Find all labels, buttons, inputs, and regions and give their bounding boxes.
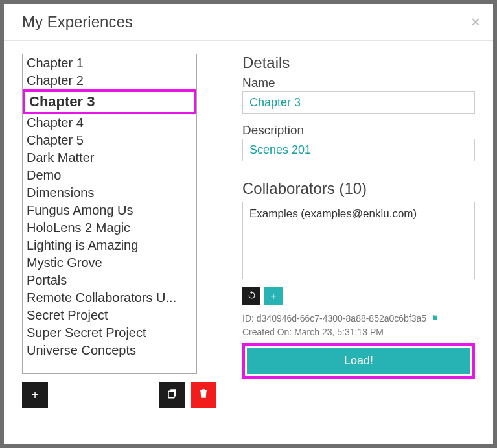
experience-list[interactable]: Chapter 1Chapter 2Chapter 3Chapter 4Chap… [22,54,197,374]
list-item[interactable]: Universe Concepts [23,342,196,359]
duplicate-icon [167,388,178,403]
list-item[interactable]: Dark Matter [23,149,196,167]
collaborator-actions: + [242,287,475,305]
list-item[interactable]: Remote Collaborators U... [23,289,196,307]
left-column: Chapter 1Chapter 2Chapter 3Chapter 4Chap… [22,54,216,431]
list-item[interactable]: Chapter 1 [23,54,196,72]
list-item[interactable]: Demo [23,167,196,184]
plus-icon: + [31,388,39,403]
list-item[interactable]: Chapter 2 [23,72,196,89]
list-item[interactable]: Mystic Grove [23,254,196,272]
collaborators-list[interactable]: Examples (examples@enklu.com) [242,202,475,279]
trash-icon [198,388,209,403]
list-item[interactable]: Lighting is Amazing [23,237,196,254]
load-highlight: Load! [242,343,475,379]
refresh-collaborators-button[interactable] [242,287,260,305]
list-item[interactable]: Dimensions [23,184,196,202]
modal-title: My Experiences [22,13,133,31]
description-input[interactable] [242,139,475,161]
details-heading: Details [242,54,475,72]
list-item[interactable]: Fungus Among Us [23,202,196,219]
list-actions: + [22,382,216,408]
list-item[interactable]: Chapter 5 [23,132,196,149]
duplicate-experience-button[interactable] [159,382,185,408]
created-label: Created On: [242,327,292,337]
id-label: ID: [242,313,254,324]
right-column: Details Name Description Collaborators (… [242,54,475,431]
collaborators-heading: Collaborators (10) [242,180,475,198]
metadata: ID: d340946d-66c7-4300-8a88-852a0c6bf3a5… [242,312,475,339]
modal-body: Chapter 1Chapter 2Chapter 3Chapter 4Chap… [4,41,493,444]
name-input[interactable] [242,91,475,114]
plus-icon: + [270,290,276,302]
svg-rect-3 [435,314,437,316]
svg-rect-2 [433,315,437,320]
list-item[interactable]: Secret Project [23,307,196,324]
name-label: Name [242,76,475,90]
list-item[interactable]: Chapter 4 [23,114,196,132]
my-experiences-modal: My Experiences × Chapter 1Chapter 2Chapt… [4,4,493,444]
name-field: Name [242,76,475,114]
collaborator-entry[interactable]: Examples (examples@enklu.com) [249,207,468,220]
created-value: March 23, 5:31:13 PM [294,327,384,337]
list-item[interactable]: Portals [23,272,196,289]
add-collaborator-button[interactable]: + [264,287,283,305]
close-icon[interactable]: × [471,14,480,30]
add-experience-button[interactable]: + [22,382,48,408]
load-button[interactable]: Load! [247,348,470,374]
delete-experience-button[interactable] [191,382,216,408]
list-item[interactable]: HoloLens 2 Magic [23,219,196,237]
list-item[interactable]: Chapter 3 [23,89,196,114]
list-item[interactable]: Super Secret Project [23,324,196,342]
id-value: d340946d-66c7-4300-8a88-852a0c6bf3a5 [257,313,426,324]
refresh-icon [247,290,257,303]
clipboard-icon[interactable] [432,313,439,324]
description-label: Description [242,123,475,137]
svg-rect-1 [168,391,174,398]
description-field: Description [242,123,475,161]
modal-header: My Experiences × [4,4,493,41]
